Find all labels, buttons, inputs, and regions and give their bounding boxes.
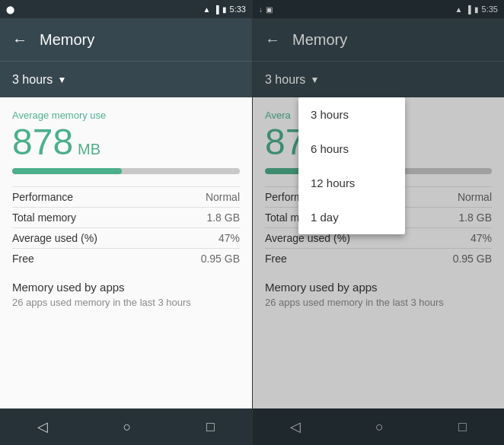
table-row: Average used (%) 47% <box>12 227 240 248</box>
left-dropdown-arrow: ▼ <box>57 75 66 85</box>
left-time-selector-bar: 3 hours ▼ <box>0 61 252 97</box>
left-time-selector-label: 3 hours <box>12 73 53 87</box>
dropdown-item-3hours[interactable]: 3 hours <box>298 97 405 132</box>
left-panel: ⬤ ▲ ▐ ▮ 5:33 ← Memory 3 hours ▼ Average … <box>0 0 252 445</box>
left-time-selector[interactable]: 3 hours ▼ <box>12 73 66 87</box>
left-memory-unit: MB <box>78 141 100 158</box>
left-content: Average memory use 878 MB Performance No… <box>0 97 252 408</box>
signal-icon: ▐ <box>213 5 219 14</box>
left-stats-table: Performance Normal Total memory 1.8 GB A… <box>12 186 240 269</box>
left-page-title: Memory <box>40 31 240 49</box>
right-panel: ↓ ▣ ▲ ▐ ▮ 5:35 ← Memory 3 hours ▼ Avera … <box>252 0 504 445</box>
left-nav-recent[interactable]: □ <box>206 419 215 435</box>
download-icon: ⬤ <box>6 5 14 14</box>
left-memory-value: 878 MB <box>12 124 240 161</box>
left-progress-bar <box>12 168 240 174</box>
dropdown-item-6hours[interactable]: 6 hours <box>298 132 405 166</box>
dropdown-item-12hours[interactable]: 12 hours <box>298 166 405 200</box>
stat-value: Normal <box>206 191 240 203</box>
left-toolbar: ← Memory <box>0 18 252 61</box>
left-progress-fill <box>12 168 122 174</box>
stat-value: 0.95 GB <box>201 253 240 265</box>
left-apps-subtitle: 26 apps used memory in the last 3 hours <box>12 297 240 308</box>
stat-label: Performance <box>12 191 73 203</box>
status-left-icons: ⬤ <box>6 5 14 14</box>
left-status-bar: ⬤ ▲ ▐ ▮ 5:33 <box>0 0 252 18</box>
wifi-icon: ▲ <box>203 5 211 14</box>
left-apps-title: Memory used by apps <box>12 281 240 294</box>
stat-value: 47% <box>219 232 240 244</box>
stat-label: Average used (%) <box>12 232 97 244</box>
stat-label: Free <box>12 253 34 265</box>
left-time: 5:33 <box>230 5 246 14</box>
battery-icon: ▮ <box>222 5 227 14</box>
left-nav-back[interactable]: ◁ <box>37 418 48 435</box>
time-dropdown-menu: 3 hours 6 hours 12 hours 1 day <box>298 97 405 234</box>
left-nav-home[interactable]: ○ <box>123 419 132 435</box>
table-row: Performance Normal <box>12 186 240 207</box>
status-right-icons: ▲ ▐ ▮ 5:33 <box>203 5 246 14</box>
stat-label: Total memory <box>12 211 76 224</box>
left-section-label: Average memory use <box>12 110 240 121</box>
left-back-button[interactable]: ← <box>12 31 27 49</box>
stat-value: 1.8 GB <box>206 211 240 224</box>
left-apps-section: Memory used by apps 26 apps used memory … <box>12 281 240 308</box>
left-memory-number: 878 <box>12 124 73 161</box>
dropdown-item-1day[interactable]: 1 day <box>298 200 405 234</box>
left-nav-bar: ◁ ○ □ <box>0 408 252 445</box>
table-row: Free 0.95 GB <box>12 248 240 269</box>
table-row: Total memory 1.8 GB <box>12 207 240 227</box>
